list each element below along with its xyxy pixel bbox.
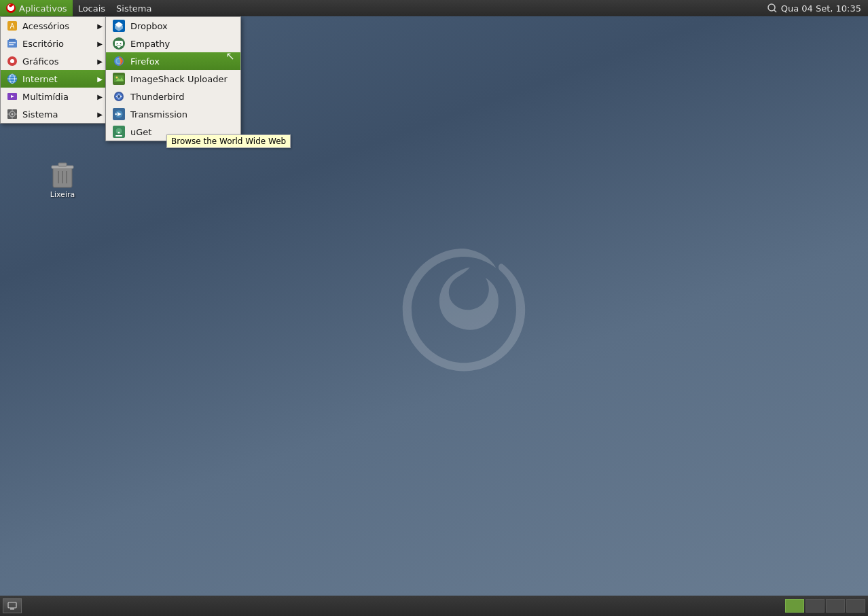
thunderbird-icon (113, 90, 125, 103)
svg-rect-12 (9, 39, 16, 41)
menu-item-sistema2[interactable]: Sistema ▶ (1, 105, 108, 123)
pager-workspace-2[interactable] (806, 599, 825, 613)
trash-label: Lixeira (50, 190, 75, 199)
svg-rect-11 (7, 40, 17, 48)
svg-rect-29 (7, 114, 10, 115)
submenu-item-dropbox[interactable]: Dropbox (106, 17, 240, 35)
sistema2-arrow: ▶ (97, 111, 103, 118)
svg-rect-28 (12, 117, 13, 119)
aplicativos-menu-button[interactable]: Aplicativos (0, 0, 73, 16)
svg-point-50 (117, 95, 120, 98)
acessorios-label: Acessórios (22, 21, 69, 31)
desktop-icon (7, 601, 17, 611)
dropbox-label: Dropbox (130, 21, 168, 31)
svg-rect-59 (8, 602, 16, 608)
svg-rect-30 (15, 114, 17, 115)
show-desktop-button[interactable] (3, 598, 22, 613)
internet-submenu: Dropbox Empathy Firefox ↖ (105, 16, 241, 141)
imageshack-icon (113, 73, 125, 85)
workspace-pager (785, 599, 865, 613)
uget-icon (113, 126, 125, 138)
internet-arrow: ▶ (97, 75, 103, 83)
escritorio-arrow: ▶ (97, 40, 103, 48)
menu-item-acessorios[interactable]: A Acessórios ▶ (1, 17, 108, 35)
internet-icon (6, 73, 18, 85)
uget-label: uGet (130, 127, 151, 137)
sistema-icon (6, 108, 18, 120)
bottom-taskbar (0, 596, 868, 616)
transmission-icon (113, 108, 125, 120)
graficos-label: Gráficos (22, 56, 58, 67)
graficos-icon (6, 55, 18, 67)
svg-rect-14 (9, 44, 14, 46)
empathy-icon (113, 37, 125, 50)
aplicativos-label: Aplicativos (19, 3, 67, 14)
locais-label: Locais (78, 3, 105, 14)
clock: Qua 04 Set, 10:35 (761, 3, 868, 14)
acessorios-arrow: ▶ (97, 22, 103, 30)
pager-workspace-3[interactable] (826, 599, 845, 613)
firefox-icon (113, 55, 125, 67)
svg-rect-60 (10, 609, 14, 610)
submenu-item-imageshack[interactable]: ImageShack Uploader (106, 70, 240, 88)
dropbox-icon (113, 20, 125, 32)
pager-workspace-4[interactable] (846, 599, 865, 613)
top-taskbar: Aplicativos Locais Sistema Qua 04 Set, 1… (0, 0, 868, 16)
submenu-item-thunderbird[interactable]: Thunderbird (106, 88, 240, 105)
menu-item-escritorio[interactable]: Escritório ▶ (1, 35, 108, 52)
trash-desktop-icon[interactable]: Lixeira (41, 156, 84, 199)
graficos-arrow: ▶ (97, 58, 103, 65)
thunderbird-label: Thunderbird (130, 92, 185, 102)
firefox-label: Firefox (130, 56, 160, 67)
imageshack-label: ImageShack Uploader (130, 74, 228, 84)
internet-label: Internet (22, 74, 58, 84)
debian-swirl-logo (389, 241, 539, 391)
escritorio-icon (6, 37, 18, 50)
transmission-label: Transmission (130, 109, 187, 120)
aplicativos-dropdown: A Acessórios ▶ Escritório ▶ Gráficos ▶ (0, 16, 109, 124)
svg-rect-5 (58, 163, 67, 166)
svg-rect-58 (115, 135, 122, 137)
svg-point-39 (117, 43, 118, 44)
tooltip-text: Browse the World Wide Web (171, 137, 286, 146)
cursor: ↖ (226, 50, 235, 62)
submenu-item-firefox[interactable]: Firefox ↖ (106, 52, 240, 70)
multimidia-label: Multimídia (22, 92, 69, 102)
svg-text:A: A (10, 22, 15, 30)
empathy-label: Empathy (130, 39, 170, 49)
submenu-item-transmission[interactable]: Transmission (106, 105, 240, 123)
svg-point-40 (120, 43, 122, 44)
menu-item-graficos[interactable]: Gráficos ▶ (1, 52, 108, 70)
firefox-tooltip: Browse the World Wide Web (166, 134, 291, 148)
sistema-label: Sistema (116, 3, 151, 14)
svg-point-26 (12, 113, 14, 115)
svg-point-47 (116, 77, 118, 79)
pager-workspace-1[interactable] (785, 599, 804, 613)
sistema2-label: Sistema (22, 109, 58, 120)
locais-menu-button[interactable]: Locais (73, 0, 111, 16)
desktop: Aplicativos Locais Sistema Qua 04 Set, 1… (0, 0, 868, 616)
clock-text: Qua 04 Set, 10:35 (781, 3, 861, 14)
svg-rect-27 (12, 109, 13, 111)
sistema-menu-button[interactable]: Sistema (111, 0, 157, 16)
escritorio-label: Escritório (22, 39, 64, 49)
multimidia-icon (6, 90, 18, 103)
submenu-item-empathy[interactable]: Empathy (106, 35, 240, 52)
menu-item-internet[interactable]: Internet ▶ (1, 70, 108, 88)
svg-point-1 (768, 4, 775, 11)
debian-icon (5, 3, 16, 14)
svg-rect-13 (9, 42, 16, 43)
svg-line-2 (774, 10, 776, 12)
search-icon (767, 3, 777, 13)
menu-bar: Aplicativos Locais Sistema (0, 0, 157, 16)
trash-icon-image (46, 156, 79, 189)
multimidia-arrow: ▶ (97, 93, 103, 101)
acessorios-icon: A (6, 20, 18, 32)
menu-item-multimidia[interactable]: Multimídia ▶ (1, 88, 108, 105)
svg-point-16 (10, 59, 14, 63)
